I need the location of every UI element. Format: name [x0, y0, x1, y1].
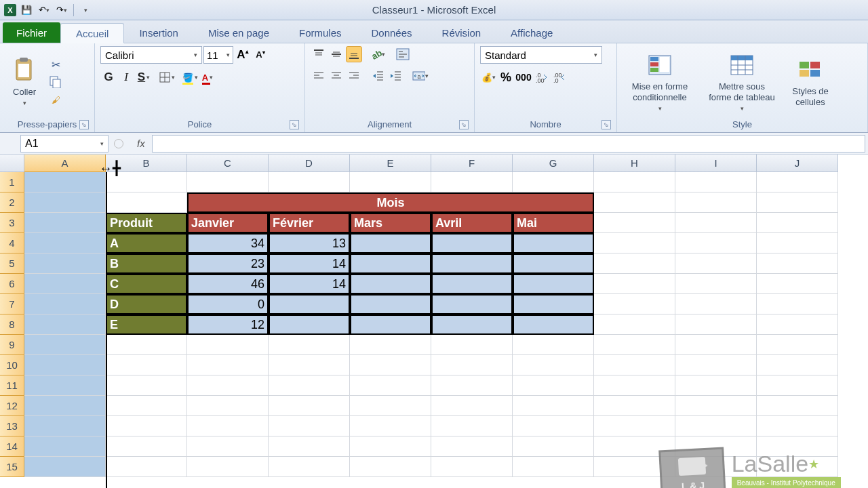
column-header-A[interactable]: A: [24, 155, 106, 172]
cell-J11[interactable]: [757, 375, 838, 396]
cell-C15[interactable]: [187, 457, 269, 477]
cell-F1[interactable]: [431, 172, 513, 192]
cell-J9[interactable]: [757, 335, 838, 355]
align-center-button[interactable]: [328, 68, 344, 84]
row-header-3[interactable]: 3: [0, 213, 24, 233]
cell-D15[interactable]: [269, 457, 350, 477]
italic-button[interactable]: I: [118, 69, 134, 85]
tab-donnees[interactable]: Données: [357, 22, 427, 43]
decrease-decimal-button[interactable]: .00.0: [551, 69, 567, 85]
cell-F8[interactable]: [431, 314, 513, 335]
cell-I4[interactable]: [675, 233, 757, 253]
cell-D5[interactable]: 14: [269, 253, 350, 274]
column-header-D[interactable]: D: [269, 155, 350, 172]
align-left-button[interactable]: [311, 68, 327, 84]
tab-insertion[interactable]: Insertion: [124, 22, 193, 43]
percent-button[interactable]: %: [498, 69, 514, 85]
cell-I1[interactable]: [675, 172, 757, 192]
cell-B11[interactable]: [106, 375, 187, 396]
cell-E8[interactable]: [350, 314, 431, 335]
cell-J13[interactable]: [757, 416, 838, 436]
font-size-select[interactable]: 11▾: [203, 46, 233, 64]
cell-E7[interactable]: [350, 294, 431, 314]
cell-E6[interactable]: [350, 274, 431, 294]
cell-C11[interactable]: [187, 375, 269, 396]
cell-D9[interactable]: [269, 335, 350, 355]
paste-button[interactable]: Coller ▾: [5, 54, 43, 110]
cell-C9[interactable]: [187, 335, 269, 355]
column-header-G[interactable]: G: [513, 155, 594, 172]
cell-J7[interactable]: [757, 294, 838, 314]
column-header-J[interactable]: J: [757, 155, 838, 172]
font-launcher[interactable]: ⬂: [290, 120, 299, 129]
cell-C2[interactable]: Mois: [187, 192, 594, 213]
increase-decimal-button[interactable]: .0.00: [533, 69, 549, 85]
column-header-H[interactable]: H: [594, 155, 675, 172]
cell-D12[interactable]: [269, 396, 350, 416]
cell-A4[interactable]: [24, 233, 106, 253]
cell-D3[interactable]: Février: [269, 213, 350, 233]
cell-B9[interactable]: [106, 335, 187, 355]
cell-A7[interactable]: [24, 294, 106, 314]
cell-H3[interactable]: [594, 213, 675, 233]
cell-F9[interactable]: [431, 335, 513, 355]
cell-A13[interactable]: [24, 416, 106, 436]
cell-H7[interactable]: [594, 294, 675, 314]
row-header-4[interactable]: 4: [0, 233, 24, 253]
cell-H1[interactable]: [594, 172, 675, 192]
customize-qat-button[interactable]: ▾: [78, 3, 93, 18]
cell-A10[interactable]: [24, 355, 106, 375]
cell-A6[interactable]: [24, 274, 106, 294]
cell-I6[interactable]: [675, 274, 757, 294]
column-header-E[interactable]: E: [350, 155, 431, 172]
row-header-9[interactable]: 9: [0, 335, 24, 355]
cell-G6[interactable]: [513, 274, 594, 294]
format-as-table-button[interactable]: Mettre sous forme de tableau▾: [701, 49, 783, 115]
thousands-button[interactable]: 000: [515, 69, 532, 85]
cell-H10[interactable]: [594, 355, 675, 375]
cell-E13[interactable]: [350, 416, 431, 436]
cell-H4[interactable]: [594, 233, 675, 253]
cell-F10[interactable]: [431, 355, 513, 375]
cell-B6[interactable]: C: [106, 274, 187, 294]
cell-I10[interactable]: [675, 355, 757, 375]
row-header-5[interactable]: 5: [0, 253, 24, 274]
cell-B14[interactable]: [106, 436, 187, 457]
cell-F14[interactable]: [431, 436, 513, 457]
cell-I8[interactable]: [675, 314, 757, 335]
cell-B8[interactable]: E: [106, 314, 187, 335]
accounting-format-button[interactable]: 💰▾: [480, 69, 496, 85]
cell-E3[interactable]: Mars: [350, 213, 431, 233]
cell-B7[interactable]: D: [106, 294, 187, 314]
row-header-10[interactable]: 10: [0, 355, 24, 375]
cell-G15[interactable]: [513, 457, 594, 477]
cell-G7[interactable]: [513, 294, 594, 314]
cell-B13[interactable]: [106, 416, 187, 436]
cell-D6[interactable]: 14: [269, 274, 350, 294]
cell-styles-button[interactable]: Styles de cellules: [787, 54, 834, 110]
decrease-indent-button[interactable]: [370, 68, 387, 84]
cell-A9[interactable]: [24, 335, 106, 355]
cell-E5[interactable]: [350, 253, 431, 274]
cell-A8[interactable]: [24, 314, 106, 335]
align-middle-button[interactable]: [328, 46, 344, 62]
row-header-13[interactable]: 13: [0, 416, 24, 436]
cell-D7[interactable]: [269, 294, 350, 314]
cell-J3[interactable]: [757, 213, 838, 233]
cell-F11[interactable]: [431, 375, 513, 396]
cell-G1[interactable]: [513, 172, 594, 192]
merge-center-button[interactable]: a▾: [412, 68, 429, 84]
cell-D11[interactable]: [269, 375, 350, 396]
cell-D14[interactable]: [269, 436, 350, 457]
cell-C3[interactable]: Janvier: [187, 213, 269, 233]
cell-G11[interactable]: [513, 375, 594, 396]
cell-H2[interactable]: [594, 192, 675, 213]
row-header-1[interactable]: 1: [0, 172, 24, 192]
cell-A11[interactable]: [24, 375, 106, 396]
copy-button[interactable]: [47, 74, 64, 90]
cell-D8[interactable]: [269, 314, 350, 335]
cell-J4[interactable]: [757, 233, 838, 253]
tab-accueil[interactable]: Accueil: [60, 23, 124, 43]
alignment-launcher[interactable]: ⬂: [459, 120, 469, 129]
cell-I5[interactable]: [675, 253, 757, 274]
